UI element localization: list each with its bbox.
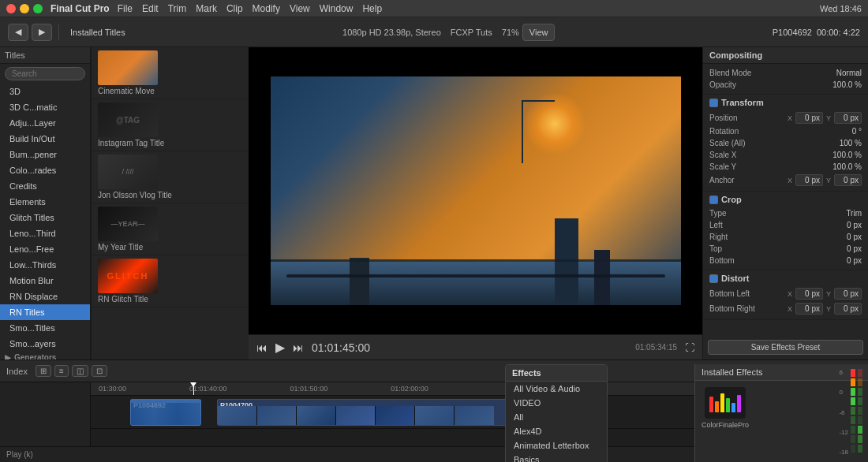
menu-window[interactable]: Window bbox=[320, 3, 354, 14]
bottom-left-label: Bottom Left bbox=[709, 289, 750, 298]
blend-mode-label: Blend Mode bbox=[709, 69, 751, 77]
anchor-row: Anchor X Y bbox=[709, 173, 862, 188]
menu-modify[interactable]: Modify bbox=[253, 3, 280, 14]
timeline-tool-4[interactable]: ⊡ bbox=[92, 365, 107, 377]
crop-bottom-label: Bottom bbox=[709, 256, 735, 265]
sidebar-item-3d-cinematic[interactable]: 3D C...matic bbox=[0, 99, 90, 115]
position-y-input[interactable] bbox=[834, 112, 862, 124]
effects-item-animated-letterbox[interactable]: Animated Letterbox bbox=[506, 438, 607, 453]
back-button[interactable]: ◀ bbox=[8, 24, 28, 41]
fullscreen-button[interactable] bbox=[33, 4, 43, 13]
sidebar-item-color[interactable]: Colo...rades bbox=[0, 162, 90, 178]
position-x-input[interactable] bbox=[795, 112, 823, 124]
sidebar-item-build[interactable]: Build In/Out bbox=[0, 131, 90, 147]
thumb-glitch[interactable]: GLITCH RN Glitch Title bbox=[92, 255, 249, 307]
sidebar-header: Titles bbox=[0, 47, 90, 64]
opacity-value: 100.0 % bbox=[832, 80, 862, 89]
effects-item-all-video[interactable]: All Video & Audio bbox=[506, 382, 607, 396]
clip-2-thumbs bbox=[218, 406, 516, 426]
sidebar-item-leno-free[interactable]: Leno...Free bbox=[0, 241, 90, 257]
transform-checkbox[interactable] bbox=[709, 99, 718, 107]
menu-trim[interactable]: Trim bbox=[168, 3, 187, 14]
vu-label-neg6: -6 bbox=[839, 409, 848, 416]
close-button[interactable] bbox=[6, 4, 16, 13]
bottom-left-y-input[interactable] bbox=[834, 288, 862, 300]
menu-file[interactable]: File bbox=[118, 3, 133, 14]
view-button[interactable]: View bbox=[522, 24, 556, 41]
sidebar-item-3d[interactable]: 3D bbox=[0, 84, 90, 99]
sidebar-item-adjust-layer[interactable]: Adju...Layer bbox=[0, 115, 90, 131]
rewind-button[interactable]: ⏮ bbox=[256, 341, 268, 354]
toolbar-center: 1080p HD 23.98p, Stereo FCXP Tuts 71% Vi… bbox=[342, 24, 555, 41]
bottom-right-y-input[interactable] bbox=[834, 303, 862, 315]
play-hint: Play (k) bbox=[6, 450, 33, 459]
preview-timecode: 01:01:45:00 bbox=[312, 341, 370, 354]
menu-clip[interactable]: Clip bbox=[226, 3, 243, 14]
thumb-instagram[interactable]: @TAG Instagram Tag Title bbox=[92, 99, 249, 151]
menu-help[interactable]: Help bbox=[362, 3, 382, 14]
sidebar-item-smo-titles[interactable]: Smo...Titles bbox=[0, 320, 90, 336]
sidebar-item-bumper[interactable]: Bum...pener bbox=[0, 147, 90, 162]
sidebar-item-glitch[interactable]: Glitch Titles bbox=[0, 210, 90, 225]
crop-right-value: 0 px bbox=[847, 233, 862, 241]
thumb-cinematic[interactable]: Cinematic Move bbox=[92, 47, 249, 99]
playhead[interactable] bbox=[193, 382, 194, 395]
crop-checkbox[interactable] bbox=[709, 196, 718, 204]
svg-rect-2 bbox=[851, 388, 855, 396]
menu-mark[interactable]: Mark bbox=[196, 3, 217, 14]
sidebar-item-rn-titles[interactable]: RN Titles bbox=[0, 304, 90, 320]
bar-blue bbox=[731, 403, 735, 412]
thumb-year[interactable]: —YEAR— My Year Title bbox=[92, 203, 249, 255]
sidebar-generators-section[interactable]: ▶Generators bbox=[0, 352, 90, 360]
timeline-tool-1[interactable]: ⊞ bbox=[36, 365, 51, 377]
play-button[interactable]: ▶ bbox=[275, 340, 285, 355]
crop-type-label: Type bbox=[709, 209, 727, 218]
bottom-left-x-input[interactable] bbox=[795, 288, 823, 300]
crop-left-row: Left 0 px bbox=[709, 219, 862, 231]
menu-bar-items[interactable]: File Edit Trim Mark Clip Modify View Win… bbox=[118, 3, 382, 14]
inspector-header: Compositing bbox=[703, 47, 868, 64]
crane-arm bbox=[522, 100, 555, 102]
timeline-tool-2[interactable]: ≡ bbox=[54, 365, 69, 377]
effects-dropdown-header: Effects bbox=[506, 365, 607, 382]
building2 bbox=[594, 250, 610, 305]
sidebar-item-elements[interactable]: Elements bbox=[0, 194, 90, 210]
svg-rect-12 bbox=[858, 397, 862, 405]
forward-button[interactable]: ▶ bbox=[32, 24, 52, 41]
bottom-right-x-input[interactable] bbox=[795, 303, 823, 315]
traffic-lights bbox=[6, 4, 43, 13]
menu-view[interactable]: View bbox=[290, 3, 310, 14]
menu-edit[interactable]: Edit bbox=[142, 3, 159, 14]
sidebar-item-rn-displace[interactable]: RN Displace bbox=[0, 289, 90, 304]
fullscreen-btn[interactable]: ⛶ bbox=[685, 342, 694, 353]
anchor-x-input[interactable] bbox=[795, 174, 823, 186]
sidebar-item-motion-blur[interactable]: Motion Blur bbox=[0, 273, 90, 289]
effects-item-video[interactable]: VIDEO bbox=[506, 396, 607, 410]
anchor-y-input[interactable] bbox=[834, 174, 862, 186]
effects-item-all[interactable]: All bbox=[506, 410, 607, 424]
timeline-tool-3[interactable]: ◫ bbox=[72, 365, 88, 377]
svg-rect-15 bbox=[858, 426, 862, 434]
effects-item-basics[interactable]: Basics bbox=[506, 453, 607, 462]
distort-checkbox[interactable] bbox=[709, 274, 718, 283]
position-row: Position X Y bbox=[709, 110, 862, 125]
rotation-label: Rotation bbox=[709, 127, 739, 136]
scale-x-label: Scale X bbox=[709, 151, 736, 159]
sidebar-item-credits[interactable]: Credits bbox=[0, 178, 90, 194]
effects-item-alex4d[interactable]: Alex4D bbox=[506, 424, 607, 438]
crop-top-value: 0 px bbox=[847, 244, 862, 253]
effect-colorfinale[interactable]: ColorFinalePro bbox=[702, 387, 749, 429]
clip-p1004692[interactable]: P1004692 bbox=[130, 399, 201, 426]
bridge-deck bbox=[286, 274, 665, 278]
sidebar-item-leno-third[interactable]: Leno...Third bbox=[0, 225, 90, 241]
sidebar-item-low-thirds[interactable]: Low...Thirds bbox=[0, 257, 90, 273]
colorfinale-bars bbox=[706, 390, 744, 415]
inspector-distort-section: Distort Bottom Left X Y Bottom Right X Y bbox=[703, 270, 868, 320]
thumb-jon[interactable]: / //// Jon Olsson Vlog Title bbox=[92, 151, 249, 203]
minimize-button[interactable] bbox=[20, 4, 29, 13]
clip-p1004700[interactable]: P1004700 bbox=[217, 399, 517, 426]
save-effects-preset-button[interactable]: Save Effects Preset bbox=[708, 340, 863, 355]
fast-forward-button[interactable]: ⏭ bbox=[293, 341, 304, 354]
search-input[interactable] bbox=[5, 67, 85, 80]
sidebar-item-smo-layers[interactable]: Smo...ayers bbox=[0, 336, 90, 352]
